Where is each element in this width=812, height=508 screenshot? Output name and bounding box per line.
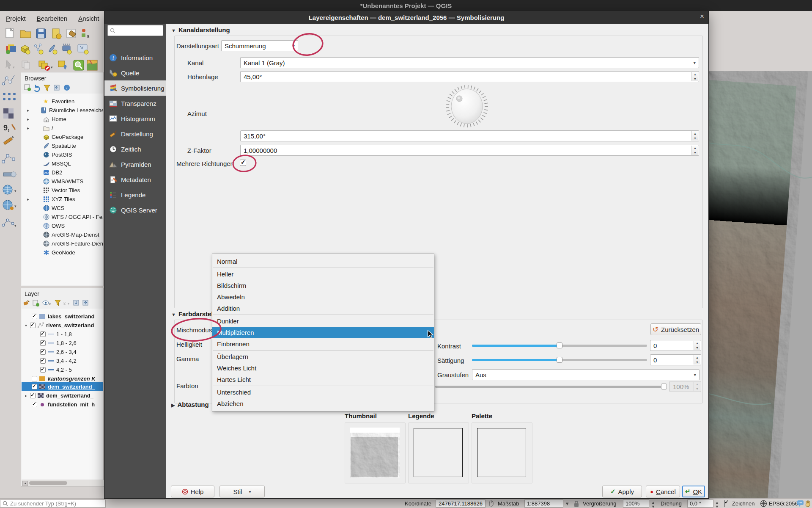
class-checkbox[interactable] [40, 358, 46, 364]
layer-class-row[interactable]: 2,6 - 3,4 [40, 348, 103, 356]
render-checkbox[interactable] [724, 500, 725, 507]
layer-class-row[interactable]: 4,2 - 5 [40, 365, 103, 374]
layer-checkbox[interactable] [32, 402, 37, 407]
class-checkbox[interactable] [40, 349, 46, 355]
layer-row[interactable]: fundstellen_mit_h [32, 400, 103, 409]
saturation-spinbox[interactable]: 0▲▼ [650, 354, 701, 365]
menu-item-einbrennen[interactable]: Einbrennen [212, 338, 434, 350]
menu-item-unterschied[interactable]: Unterschied [212, 387, 434, 398]
menu-bearbeiten[interactable]: Bearbeiten [37, 15, 68, 22]
browser-item[interactable]: ▸XYZ Tiles [27, 195, 103, 204]
browser-item[interactable]: OWS [43, 221, 103, 230]
browser-item[interactable]: DB2DB2 [43, 168, 103, 177]
layer-checkbox[interactable] [30, 323, 36, 328]
layer-row[interactable]: ▾rivers_switzerland [25, 321, 103, 330]
menu-item-weiches-licht[interactable]: Weiches Licht [212, 362, 434, 374]
tab-transparenz[interactable]: Transparenz [104, 96, 166, 111]
browser-item[interactable]: ArcGIS-Feature-Diens [43, 239, 103, 248]
renderer-combo[interactable]: Schummerung [221, 40, 298, 51]
magnifier-spin[interactable]: ▲▼ [651, 500, 655, 508]
layer-checkbox[interactable] [32, 314, 37, 319]
scale-combo-arrow[interactable]: ▾ [566, 500, 569, 507]
browser-item[interactable]: GeoPackage [43, 133, 103, 141]
map-canvas[interactable] [708, 71, 812, 498]
layer-row[interactable]: lakes_switzerland [32, 312, 103, 321]
menu-item-abziehen[interactable]: Abziehen [212, 398, 434, 409]
tab-legende[interactable]: Legende [104, 187, 166, 202]
style-button[interactable]: Stil▾ [219, 486, 265, 497]
layer-checkbox[interactable] [32, 376, 37, 381]
cancel-button[interactable]: ●Cancel [646, 486, 680, 497]
edits-hand-icon[interactable] [804, 500, 812, 507]
apply-button[interactable]: ✓Apply [602, 486, 642, 497]
close-icon[interactable]: × [700, 12, 704, 21]
scroll-left-arrow[interactable]: ◂ [22, 481, 28, 486]
tab-darstellung[interactable]: Darstellung [104, 126, 166, 141]
tab-quelle[interactable]: Quelle [104, 65, 166, 80]
menu-item-heller[interactable]: Heller [212, 268, 434, 280]
tab-symbolisierung[interactable]: Symbolisierung [104, 80, 166, 96]
layer-row-selected[interactable]: dem_switzerland_ [32, 382, 103, 391]
layer-checkbox[interactable] [30, 393, 36, 398]
layer-checkbox[interactable] [32, 384, 37, 389]
menu-ansicht[interactable]: Ansicht [78, 15, 99, 22]
tab-zeitlich[interactable]: Zeitlich [104, 141, 166, 157]
menu-item-dunkler[interactable]: Dunkler [212, 315, 434, 327]
project-toolbar[interactable]: a [5, 27, 102, 40]
grayscale-combo[interactable]: Aus [472, 369, 700, 380]
datasource-toolbar[interactable] [5, 42, 102, 56]
menu-item-hartes-licht[interactable]: Hartes Licht [212, 374, 434, 385]
expand-icon[interactable]: ▸ [27, 117, 32, 121]
tab-search-input[interactable] [107, 25, 163, 36]
expand-icon[interactable]: ▸ [27, 197, 32, 202]
azimuth-dial[interactable] [445, 84, 489, 129]
band-combo[interactable]: Kanal 1 (Gray) [240, 57, 699, 68]
tab-qgis-server[interactable]: QGIS Server [104, 202, 166, 218]
tab-histogramm[interactable]: Histogramm [104, 111, 166, 126]
ok-button[interactable]: ↵OK [682, 486, 705, 497]
saturation-slider[interactable] [472, 357, 647, 363]
scroll-thumb[interactable] [29, 481, 67, 485]
layer-class-row[interactable]: 1,8 - 2,6 [40, 339, 103, 348]
locator-search[interactable]: Zu suchender Typ (Strg+K) [0, 500, 106, 508]
menu-item-normal[interactable]: Normal [212, 256, 434, 267]
layer-row[interactable]: ▸dem_switzerland_ [25, 391, 103, 400]
layer-class-row[interactable]: 3,4 - 4,2 [40, 356, 103, 365]
menu-item-multiplizieren[interactable]: Multiplizieren [212, 327, 434, 338]
browser-item[interactable]: Vector Tiles [43, 186, 103, 195]
expand-icon[interactable]: ▸ [27, 108, 32, 113]
layer-class-row[interactable]: 1 - 1,8 [40, 330, 103, 339]
browser-toolbar[interactable]: i [24, 83, 87, 92]
coordinate-value[interactable]: 2476717,1188626 [436, 500, 486, 508]
browser-item[interactable]: SpatiaLite [43, 141, 103, 150]
resampling-header[interactable]: ▶Abtastung [171, 401, 209, 408]
layer-panel-hscrollbar[interactable]: ◂ [22, 480, 104, 486]
zfactor-spinbox[interactable]: 1,00000000▲▼ [240, 145, 699, 156]
band-rendering-header[interactable]: ▼Kanaldarstellung [171, 26, 230, 33]
azimuth-spinbox[interactable]: 315,00°▲▼ [240, 130, 699, 141]
expand-icon[interactable]: ▸ [25, 393, 30, 398]
browser-item[interactable]: GeoNode [43, 248, 103, 257]
browser-item[interactable]: ▸Räumliche Lesezeichen [27, 106, 103, 115]
layer-row[interactable]: kantonsgrenzen K [32, 374, 103, 383]
browser-item[interactable]: WCS [43, 204, 103, 213]
browser-item[interactable]: WMS/WMTS [43, 177, 103, 186]
browser-item[interactable]: ArcGIS-Map-Dienst [43, 230, 103, 239]
mouse-position-icon[interactable] [488, 500, 495, 507]
browser-item[interactable]: ▸Home [27, 115, 103, 124]
class-checkbox[interactable] [40, 367, 46, 373]
edit-toolbar[interactable]: ▾ ▾ [5, 58, 102, 71]
class-checkbox[interactable] [40, 340, 46, 346]
reset-button[interactable]: ↺Zurücksetzen [650, 323, 701, 335]
rotation-spin[interactable]: ▲▼ [715, 500, 719, 508]
browser-item[interactable]: ▸/ [27, 124, 103, 133]
rotation-value[interactable]: 0,0 ° [687, 500, 713, 508]
tab-pyramiden[interactable]: Pyramiden [104, 157, 166, 172]
contrast-spinbox[interactable]: 0▲▼ [650, 340, 701, 351]
multidirectional-checkbox[interactable] [240, 160, 246, 166]
browser-item[interactable]: ★Favoriten [43, 97, 103, 106]
magnifier-value[interactable]: 100% [623, 500, 649, 508]
altitude-spinbox[interactable]: 45,00°▲▼ [240, 71, 699, 82]
menu-item-abwedeln[interactable]: Abwedeln [212, 291, 434, 303]
menu-item-ueberlagern[interactable]: Überlagern [212, 351, 434, 362]
